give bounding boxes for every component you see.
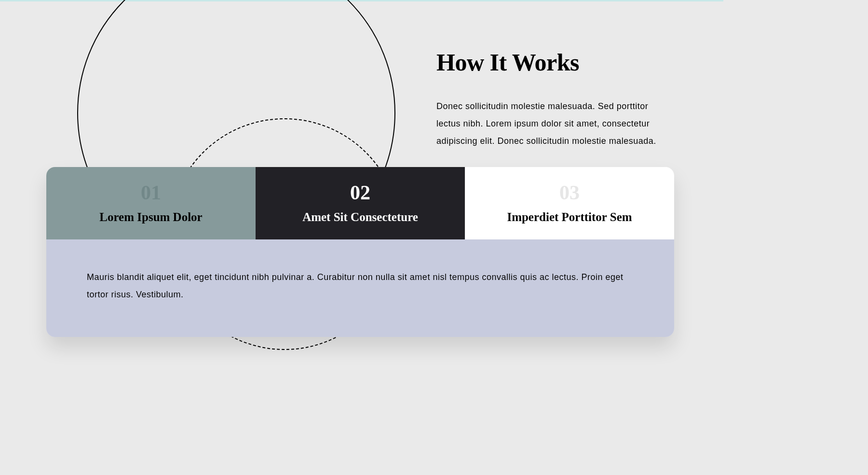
tab-step-1[interactable]: 01 Lorem Ipsum Dolor <box>46 167 256 239</box>
intro-section: How It Works Donec sollicitudin molestie… <box>436 48 673 150</box>
tab-number: 01 <box>141 182 161 203</box>
tab-step-3[interactable]: 03 Imperdiet Porttitor Sem <box>465 167 674 239</box>
intro-paragraph: Donec sollicitudin molestie malesuada. S… <box>436 98 673 150</box>
tab-title: Imperdiet Porttitor Sem <box>507 210 632 224</box>
top-accent-bar <box>0 0 723 1</box>
tab-number: 02 <box>350 182 370 203</box>
tab-number: 03 <box>559 182 580 203</box>
tab-title: Lorem Ipsum Dolor <box>99 210 202 224</box>
how-it-works-card: 01 Lorem Ipsum Dolor 02 Amet Sit Consect… <box>46 167 674 337</box>
tab-row: 01 Lorem Ipsum Dolor 02 Amet Sit Consect… <box>46 167 674 239</box>
tab-title: Amet Sit Consecteture <box>302 210 418 224</box>
tab-content-panel: Mauris blandit aliquet elit, eget tincid… <box>46 239 674 337</box>
section-heading: How It Works <box>436 48 673 76</box>
tab-step-2[interactable]: 02 Amet Sit Consecteture <box>256 167 465 239</box>
tab-content-text: Mauris blandit aliquet elit, eget tincid… <box>87 268 634 303</box>
